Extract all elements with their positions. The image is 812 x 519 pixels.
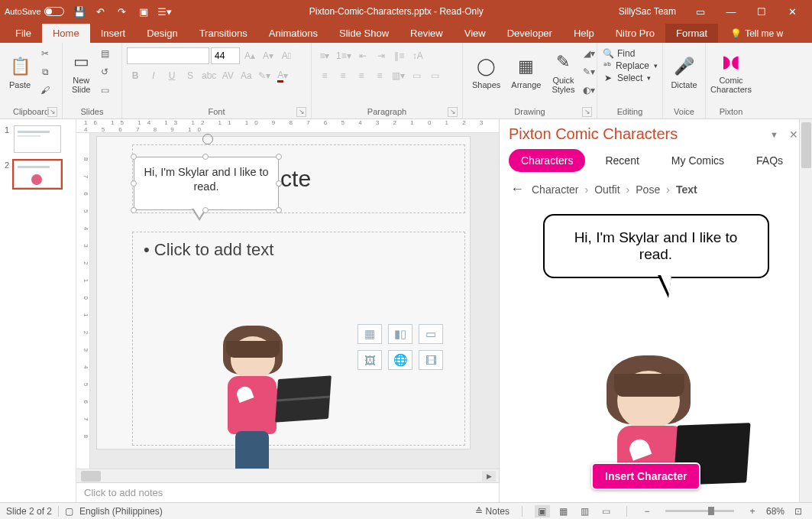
horizontal-ruler[interactable]: 16 15 14 13 12 11 10 9 8 7 6 5 4 3 2 1 0…	[76, 119, 499, 133]
cut-icon[interactable]: ✂	[37, 45, 53, 62]
user-name[interactable]: SillySac Team	[619, 6, 676, 17]
shape-fill-icon[interactable]: ◢▾	[581, 45, 597, 62]
spacing-icon[interactable]: AV	[219, 67, 236, 84]
strike-icon[interactable]: abc	[200, 67, 218, 84]
arrange-button[interactable]: ▦Arrange	[506, 51, 545, 92]
highlight-icon[interactable]: ✎▾	[256, 67, 273, 84]
slide-counter[interactable]: Slide 2 of 2	[6, 506, 52, 517]
tab-slideshow[interactable]: Slide Show	[328, 24, 400, 43]
character-image[interactable]	[200, 324, 315, 469]
paste-button[interactable]: 📋 Paste	[5, 51, 35, 92]
launcher-icon[interactable]: ↘	[296, 107, 306, 117]
maximize-icon[interactable]: ☐	[746, 1, 777, 22]
horizontal-scrollbar[interactable]: ▶	[76, 469, 499, 482]
tab-insert[interactable]: Insert	[90, 24, 137, 43]
reset-icon[interactable]: ↺	[96, 63, 113, 80]
tab-home[interactable]: Home	[42, 24, 90, 43]
line-spacing-icon[interactable]: ‖≡	[391, 47, 408, 64]
crumb-outfit[interactable]: Outfit	[594, 183, 620, 196]
back-icon[interactable]: ←	[510, 181, 524, 197]
underline-icon[interactable]: U	[163, 67, 180, 84]
italic-icon[interactable]: I	[145, 67, 162, 84]
insert-video-icon[interactable]: 🎞	[419, 350, 443, 370]
justify-icon[interactable]: ≡	[371, 67, 388, 84]
insert-chart-icon[interactable]: ▮▯	[388, 324, 412, 344]
shape-outline-icon[interactable]: ✎▾	[581, 63, 597, 80]
insert-table-icon[interactable]: ▦	[357, 324, 382, 344]
pixton-tab-recent[interactable]: Recent	[593, 149, 651, 172]
section-icon[interactable]: ▭	[96, 82, 113, 99]
crumb-pose[interactable]: Pose	[636, 183, 660, 196]
align-left-icon[interactable]: ≡	[316, 67, 333, 84]
dictate-button[interactable]: 🎤Dictate	[668, 44, 700, 99]
resize-handle[interactable]	[131, 154, 137, 160]
resize-handle[interactable]	[276, 180, 282, 187]
find-button[interactable]: 🔍Find	[602, 47, 658, 60]
launcher-icon[interactable]: ↘	[47, 107, 57, 117]
launcher-icon[interactable]: ↘	[448, 107, 458, 117]
tab-nitro[interactable]: Nitro Pro	[605, 24, 665, 43]
rotate-handle[interactable]	[202, 134, 213, 144]
zoom-out-icon[interactable]: −	[639, 505, 655, 517]
close-icon[interactable]: ✕	[777, 1, 807, 22]
font-size-select[interactable]: 44	[211, 47, 240, 64]
resize-handle[interactable]	[276, 154, 282, 160]
sorter-view-icon[interactable]: ▦	[556, 505, 571, 517]
indent-dec-icon[interactable]: ⇤	[354, 47, 371, 64]
tab-developer[interactable]: Developer	[497, 24, 563, 43]
save-icon[interactable]: 💾	[70, 2, 89, 21]
vertical-ruler[interactable]: 8 7 6 5 4 3 2 1 0 1 2 3 4 5 6 7 8	[76, 133, 90, 469]
notes-pane[interactable]: Click to add notes	[76, 482, 499, 502]
crumb-character[interactable]: Character	[532, 183, 578, 196]
pixton-tab-faqs[interactable]: FAQs	[744, 149, 795, 172]
zoom-level[interactable]: 68%	[766, 506, 785, 517]
numbering-icon[interactable]: 1≡▾	[335, 47, 353, 64]
reading-view-icon[interactable]: ▥	[577, 505, 593, 517]
pixton-tab-characters[interactable]: Characters	[509, 149, 585, 172]
launcher-icon[interactable]: ↘	[582, 107, 592, 117]
tab-format[interactable]: Format	[665, 24, 718, 43]
align-center-icon[interactable]: ≡	[335, 67, 351, 84]
comic-characters-button[interactable]: ◗◖Comic Characters	[710, 44, 752, 99]
redo-icon[interactable]: ↷	[113, 2, 131, 21]
grow-font-icon[interactable]: A▴	[241, 47, 258, 64]
font-family-select[interactable]	[127, 47, 209, 64]
columns-icon[interactable]: ▥▾	[390, 67, 406, 84]
speech-bubble-selected[interactable]: Hi, I'm Skylar and I like to read.	[134, 157, 279, 210]
bold-icon[interactable]: B	[127, 67, 144, 84]
tab-review[interactable]: Review	[400, 24, 454, 43]
pane-scrollbar[interactable]	[799, 119, 812, 502]
resize-handle[interactable]	[202, 154, 209, 160]
new-slide-button[interactable]: ▭ New Slide	[67, 47, 95, 97]
insert-online-picture-icon[interactable]: 🌐	[388, 350, 412, 370]
format-painter-icon[interactable]: 🖌	[37, 82, 53, 99]
layout-icon[interactable]: ▤	[96, 45, 113, 62]
language-status[interactable]: English (Philippines)	[79, 506, 163, 517]
shadow-icon[interactable]: S	[182, 67, 199, 84]
resize-handle[interactable]	[131, 207, 137, 213]
text-direction-icon[interactable]: ↕A	[409, 47, 426, 64]
tab-design[interactable]: Design	[136, 24, 188, 43]
tab-view[interactable]: View	[454, 24, 497, 43]
pane-menu-icon[interactable]: ▼	[764, 130, 785, 139]
insert-character-button[interactable]: Insert Character	[591, 462, 700, 490]
quick-styles-button[interactable]: ✎Quick Styles	[547, 47, 579, 97]
clear-format-icon[interactable]: A⃠	[278, 47, 295, 64]
tab-help[interactable]: Help	[563, 24, 605, 43]
zoom-slider[interactable]	[665, 510, 734, 512]
autosave-toggle[interactable]: AutoSave	[5, 7, 64, 16]
resize-handle[interactable]	[202, 207, 209, 213]
resize-handle[interactable]	[131, 180, 137, 187]
slideshow-view-icon[interactable]: ▭	[599, 505, 614, 517]
zoom-in-icon[interactable]: +	[745, 505, 760, 517]
align-text-icon[interactable]: ▭	[408, 67, 425, 84]
replace-button[interactable]: ᵃᵇReplace▾	[602, 60, 658, 72]
notes-toggle[interactable]: ≙ Notes	[475, 506, 510, 517]
thumbnail-2[interactable]: 2	[5, 161, 71, 188]
tab-transitions[interactable]: Transitions	[189, 24, 258, 43]
shrink-font-icon[interactable]: A▾	[260, 47, 277, 64]
case-icon[interactable]: Aa	[238, 67, 254, 84]
present-icon[interactable]: ▣	[134, 2, 153, 21]
tab-file[interactable]: File	[5, 24, 42, 43]
resize-handle[interactable]	[276, 207, 282, 213]
